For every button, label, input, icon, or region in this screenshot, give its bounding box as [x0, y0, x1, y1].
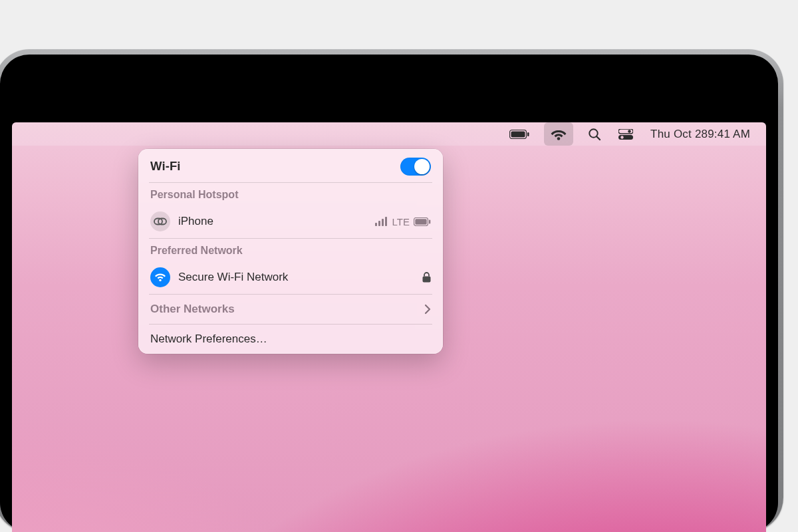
hotspot-icon	[150, 211, 170, 231]
svg-point-7	[628, 130, 630, 132]
battery-menu-item[interactable]	[507, 122, 532, 146]
control-center-menu-item[interactable]	[616, 122, 636, 146]
wifi-toggle[interactable]	[400, 158, 431, 176]
svg-rect-13	[385, 217, 387, 226]
menu-bar-date: Thu Oct 28	[650, 128, 708, 141]
divider	[149, 324, 432, 325]
svg-rect-8	[618, 135, 633, 140]
divider	[149, 238, 432, 239]
hotspot-name: iPhone	[178, 215, 367, 228]
svg-rect-12	[382, 219, 384, 226]
preferred-network-item[interactable]: Secure Wi-Fi Network	[142, 262, 439, 293]
spotlight-menu-item[interactable]	[585, 122, 604, 146]
wifi-toggle-knob	[414, 159, 430, 174]
preferred-network-name: Secure Wi-Fi Network	[178, 271, 414, 284]
wifi-icon	[551, 128, 567, 140]
wifi-title: Wi-Fi	[150, 159, 181, 174]
control-center-icon	[618, 129, 633, 140]
network-preferences-label: Network Preferences…	[150, 332, 267, 346]
lock-icon	[422, 272, 431, 283]
svg-rect-1	[511, 131, 525, 137]
hotspot-signal-label: LTE	[392, 216, 410, 227]
chain-link-icon	[154, 217, 167, 225]
other-networks-label: Other Networks	[150, 303, 235, 316]
divider	[149, 182, 432, 183]
svg-point-9	[620, 136, 623, 138]
search-icon	[588, 128, 601, 141]
svg-point-3	[557, 137, 561, 140]
other-networks-row[interactable]: Other Networks	[138, 296, 443, 323]
menu-bar-time: 9:41 AM	[708, 128, 750, 141]
menu-bar: Thu Oct 28 9:41 AM	[12, 122, 766, 146]
menu-bar-clock[interactable]: Thu Oct 28 9:41 AM	[648, 122, 753, 146]
preferred-network-header: Preferred Network	[138, 240, 443, 261]
battery-icon	[509, 130, 529, 139]
cellular-bars-icon	[375, 217, 388, 226]
svg-line-5	[597, 136, 600, 140]
wifi-menu-item[interactable]	[544, 122, 573, 146]
svg-point-17	[159, 279, 161, 281]
wifi-title-row: Wi-Fi	[138, 152, 443, 181]
personal-hotspot-header: Personal Hotspot	[138, 184, 443, 205]
svg-rect-18	[423, 277, 431, 283]
laptop-frame: Thu Oct 28 9:41 AM Wi-Fi Personal Hotspo…	[0, 49, 783, 532]
hotspot-status: LTE	[375, 216, 431, 227]
svg-rect-2	[527, 132, 529, 136]
svg-rect-16	[429, 219, 430, 223]
network-preferences-row[interactable]: Network Preferences…	[138, 326, 443, 352]
wifi-dropdown-panel: Wi-Fi Personal Hotspot iPhone	[138, 149, 443, 354]
battery-small-icon	[414, 217, 431, 226]
svg-rect-6	[618, 129, 633, 134]
svg-rect-10	[375, 223, 377, 226]
svg-rect-11	[378, 221, 380, 226]
chevron-right-icon	[424, 304, 431, 315]
wifi-small-icon	[154, 273, 166, 282]
hotspot-item-iphone[interactable]: iPhone LTE	[142, 206, 439, 237]
divider	[149, 294, 432, 295]
desktop-screen: Thu Oct 28 9:41 AM Wi-Fi Personal Hotspo…	[12, 122, 766, 532]
wifi-connected-icon	[150, 267, 170, 287]
svg-rect-15	[415, 219, 426, 224]
